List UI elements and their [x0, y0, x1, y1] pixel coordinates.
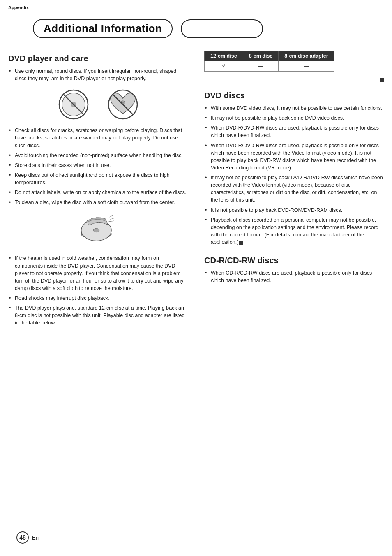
disc-compatibility-table: 12-cm disc 8-cm disc 8-cm disc adapter √…: [204, 51, 334, 72]
table-header-12cm: 12-cm disc: [205, 51, 243, 61]
dvd-discs-heading: DVD discs: [204, 91, 384, 100]
right-column: 12-cm disc 8-cm disc 8-cm disc adapter √…: [196, 51, 384, 332]
svg-line-13: [109, 215, 113, 218]
dvd-discs-list: With some DVD video discs, it may not be…: [204, 104, 384, 246]
svg-line-15: [108, 221, 114, 222]
list-item: Check all discs for cracks, scratches or…: [8, 127, 188, 149]
header-right-decoration: [181, 19, 263, 38]
dvd-care-top-list: Use only normal, round discs. If you ins…: [8, 67, 188, 82]
no-heart-disc-icon: [106, 88, 139, 121]
dvd-last-bullet-text: Playback of discs recorded on a personal…: [211, 217, 378, 245]
left-column: DVD player and care Use only normal, rou…: [8, 51, 196, 332]
list-item: Road shocks may interrupt disc playback.: [8, 294, 188, 302]
appendix-label: Appendix: [8, 5, 29, 10]
table-header-adapter: 8-cm disc adapter: [279, 51, 334, 61]
stop-icon-inline: [239, 241, 243, 245]
cdr-discs-list: When CD-R/CD-RW discs are used, playback…: [204, 269, 384, 284]
table-cell-12cm: √: [205, 61, 243, 72]
table-row: √ — —: [205, 61, 334, 72]
list-item: The DVD player plays one, standard 12-cm…: [8, 304, 188, 327]
list-item: It is not possible to play back DVD-ROM/…: [204, 206, 384, 214]
list-item: Do not attach labels, write on or apply …: [8, 189, 188, 196]
dvd-care-bottom-list: If the heater is used in cold weather, c…: [8, 255, 188, 327]
list-item: Avoid touching the recorded (non-printed…: [8, 152, 188, 159]
page-number-badge: 48: [16, 531, 29, 544]
list-item: To clean a disc, wipe the disc with a so…: [8, 199, 188, 206]
table-header-8cm: 8-cm disc: [243, 51, 279, 61]
table-cell-adapter: —: [279, 61, 334, 72]
page-footer: 48 En: [8, 525, 47, 548]
list-item: When CD-R/CD-RW discs are used, playback…: [204, 269, 384, 284]
main-content: DVD player and care Use only normal, rou…: [0, 42, 392, 332]
disc-images: [8, 88, 188, 121]
list-item: Playback of discs recorded on a personal…: [204, 216, 384, 246]
cleaning-disc-icon: [76, 212, 121, 249]
table-cell-8cm: —: [243, 61, 279, 72]
list-item: Keep discs out of direct sunlight and do…: [8, 171, 188, 186]
stop-icon: [380, 78, 384, 82]
page-number: 48: [19, 534, 26, 541]
dvd-care-heading: DVD player and care: [8, 54, 188, 63]
list-item: When DVD-R/DVD-RW discs are used, playba…: [204, 124, 384, 139]
list-item: It may not be possible to play back DVD-…: [204, 174, 384, 204]
cleaning-image: [8, 212, 188, 249]
list-item: Use only normal, round discs. If you ins…: [8, 67, 188, 82]
dvd-care-middle-list: Check all discs for cracks, scratches or…: [8, 127, 188, 206]
svg-point-12: [93, 229, 99, 232]
section-title-pill: Additional Information: [33, 19, 173, 38]
list-item: It may not be possible to play back some…: [204, 114, 384, 122]
list-item: If the heater is used in cold weather, c…: [8, 255, 188, 292]
list-item: Store discs in their cases when not in u…: [8, 162, 188, 169]
cdr-discs-heading: CD-R/CD-RW discs: [204, 256, 384, 265]
list-item: With some DVD video discs, it may not be…: [204, 104, 384, 112]
list-item: When DVD-R/DVD-RW discs are used, playba…: [204, 142, 384, 172]
svg-line-14: [110, 218, 115, 220]
page-title: Additional Information: [44, 22, 162, 35]
no-disc-icon: [57, 88, 90, 121]
language-label: En: [32, 535, 39, 541]
